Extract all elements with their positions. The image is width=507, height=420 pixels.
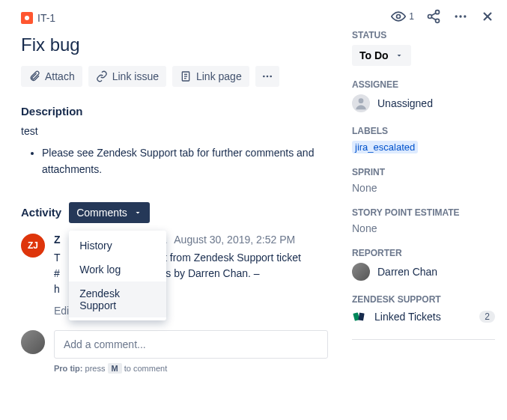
- svg-point-18: [464, 15, 466, 17]
- reporter-avatar: [352, 263, 370, 281]
- linked-count-badge: 2: [479, 311, 495, 323]
- svg-point-16: [455, 15, 458, 17]
- activity-heading: Activity: [21, 206, 61, 219]
- activity-filter-button[interactable]: Comments: [69, 202, 150, 223]
- page-icon: [180, 70, 192, 82]
- more-icon[interactable]: [453, 9, 468, 24]
- pro-tip: Pro tip: press M to comment: [54, 363, 328, 374]
- comment-date: August 30, 2019, 2:52 PM: [174, 234, 295, 246]
- divider: [352, 339, 495, 340]
- svg-line-15: [431, 17, 436, 19]
- sprint-value[interactable]: None: [352, 182, 495, 194]
- comment-avatar[interactable]: ZJ: [21, 234, 45, 258]
- assignee-field[interactable]: Unassigned: [352, 94, 495, 112]
- issue-key: IT-1: [37, 12, 55, 24]
- svg-point-5: [266, 76, 268, 78]
- svg-line-14: [431, 13, 436, 15]
- svg-point-12: [428, 15, 432, 19]
- assignee-label: ASSIGNEE: [352, 79, 495, 90]
- description-body[interactable]: test: [21, 125, 328, 137]
- svg-point-17: [459, 15, 461, 17]
- svg-point-21: [359, 98, 364, 103]
- more-actions-button[interactable]: [255, 66, 279, 87]
- svg-point-10: [397, 15, 401, 19]
- status-button[interactable]: To Do: [352, 45, 411, 66]
- eye-icon: [391, 9, 406, 24]
- description-heading: Description: [21, 105, 328, 118]
- more-icon: [261, 70, 273, 82]
- description-bullet: Please see Zendesk Support tab for furth…: [42, 144, 328, 178]
- link-page-button[interactable]: Link page: [172, 66, 249, 87]
- breadcrumb[interactable]: IT-1: [21, 12, 328, 24]
- attach-button[interactable]: Attach: [21, 66, 82, 87]
- svg-point-4: [263, 76, 265, 78]
- svg-rect-23: [358, 312, 364, 320]
- menu-item-zendesk[interactable]: Zendesk Support: [69, 281, 166, 317]
- chevron-down-icon: [395, 51, 404, 60]
- reporter-label: REPORTER: [352, 248, 495, 258]
- storypoint-label: STORY POINT ESTIMATE: [352, 207, 495, 218]
- labels-label: LABELS: [352, 126, 495, 136]
- watch-button[interactable]: 1: [391, 9, 414, 24]
- svg-point-11: [436, 10, 440, 14]
- comment-item: ZJ ZxxxxxxxxxxxxxxxJira August 30, 2019,…: [21, 234, 328, 317]
- svg-point-6: [270, 76, 272, 78]
- menu-item-worklog[interactable]: Work log: [69, 258, 166, 281]
- current-user-avatar[interactable]: [21, 330, 45, 354]
- label-tag[interactable]: jira_escalated: [352, 141, 418, 153]
- menu-item-history[interactable]: History: [69, 234, 166, 258]
- storypoint-value[interactable]: None: [352, 222, 495, 234]
- activity-filter-menu: History Work log Zendesk Support: [69, 231, 166, 320]
- sprint-label: SPRINT: [352, 167, 495, 177]
- unassigned-avatar: [352, 94, 370, 112]
- linked-tickets-row[interactable]: Linked Tickets 2: [352, 309, 495, 324]
- close-icon[interactable]: [480, 9, 495, 24]
- share-icon[interactable]: [426, 9, 441, 24]
- issue-title[interactable]: Fix bug: [21, 34, 328, 55]
- link-icon: [96, 70, 108, 82]
- status-label: STATUS: [352, 30, 495, 40]
- project-icon: [21, 12, 33, 24]
- tickets-icon: [352, 309, 367, 324]
- zendesk-label: ZENDESK SUPPORT: [352, 294, 495, 305]
- svg-point-13: [436, 19, 440, 22]
- add-comment-input[interactable]: Add a comment...: [54, 330, 328, 359]
- attach-icon: [28, 70, 40, 82]
- link-issue-button[interactable]: Link issue: [88, 66, 166, 87]
- reporter-field[interactable]: Darren Chan: [352, 263, 495, 281]
- chevron-down-icon: [133, 208, 142, 217]
